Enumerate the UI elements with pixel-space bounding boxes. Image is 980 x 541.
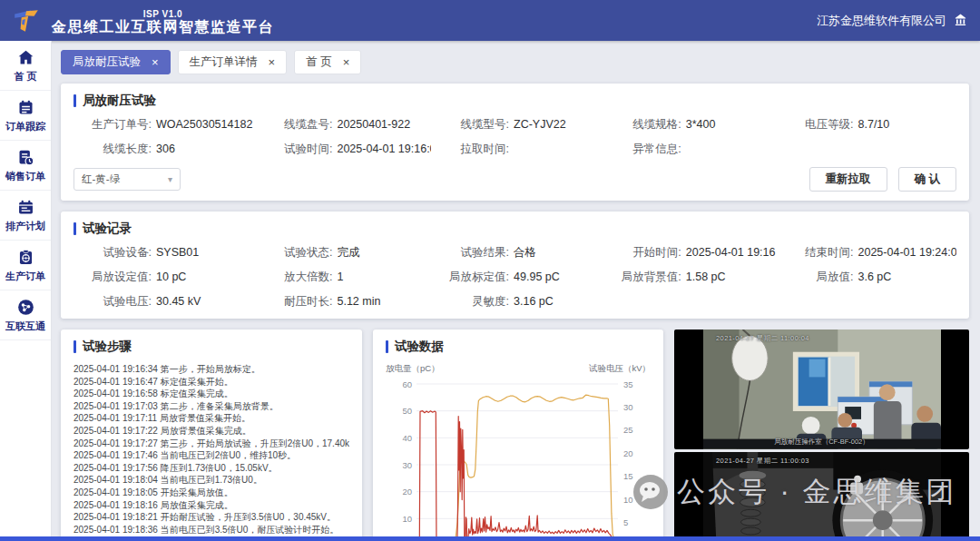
test-step-line: 2025-04-01 19:18:16 局放值采集完成。 [74,499,349,512]
field: 试验设备: SYSB01 [74,245,254,261]
field-value: 完成 [337,245,359,261]
test-data-chart: 010203040506005101520253035 [386,375,651,536]
field-label: 生产订单号: [74,117,152,133]
field-label: 线缆规格: [603,117,681,133]
chevron-down-icon: ▾ [168,174,172,184]
field-value: 8.7/10 [858,118,890,131]
camera-panel: 2021-04-27 星期二 11:00:04 局放耐压操作室（CF-BF-00… [674,330,969,536]
tab-pd-withstand-test[interactable]: 局放耐压试验 × [61,50,171,74]
field-label: 线缆型号: [431,117,509,133]
field: 生产订单号: WOA25030514182 [74,117,254,133]
field-label: 试验时间: [254,142,332,157]
sidebar-item-sales-order[interactable]: 销售订单 [0,141,51,191]
field: 开始时间: 2025-04-01 19:16:34 [603,245,776,261]
svg-text:30: 30 [402,460,412,470]
field-value: SYSB01 [156,246,199,259]
app-version: ISP V1.0 [52,9,274,19]
tab-home[interactable]: 首 页 × [294,50,361,74]
field-value: 2025-04-01 19:24:01 [858,246,956,259]
field-label: 线缆盘号: [254,117,332,133]
tab-close-icon[interactable]: × [269,56,276,68]
phase-color-select[interactable]: 红-黄-绿 ▾ [74,168,181,191]
field: 拉取时间: [431,142,603,157]
app-header: ISP V1.0 金思维工业互联网智慧监造平台 江苏金思维软件有限公司 [0,0,980,41]
field: 耐压时长: 5.12 min [254,294,431,310]
test-steps-list: 2025-04-01 19:16:34 第一步，开始局放标定。2025-04-0… [74,363,349,536]
field-label: 异常信息: [603,142,681,157]
app-title: 金思维工业互联网智慧监造平台 [52,19,274,35]
test-step-line: 2025-04-01 19:17:56 降压到1.73倍U0，15.05kV。 [74,462,349,475]
sales-order-icon [16,148,35,167]
test-record-panel: 试验记录 试验设备: SYSB01 试验状态: 完成 试验结果: [61,211,969,319]
svg-text:40: 40 [402,433,412,443]
test-step-line: 2025-04-01 19:17:46 当前电压已到2倍U0，维持10秒。 [74,449,349,462]
tab-close-icon[interactable]: × [152,56,159,68]
field: 线缆长度: 306 [74,142,254,157]
app-title-block: ISP V1.0 金思维工业互联网智慧监造平台 [52,6,274,35]
field: 试验状态: 完成 [254,245,431,261]
sidebar-item-home[interactable]: 首 页 [0,41,51,91]
field-value: 306 [156,143,175,155]
camera-caption: 局放耐压操作室（CF-BF-002） [674,438,969,447]
field-value: 30.45 kV [156,295,201,308]
field: 线缆规格: 3*400 [603,117,776,133]
panel-title: 局放耐压试验 [74,93,956,109]
tab-bar: 局放耐压试验 × 生产订单详情 × 首 页 × [61,50,969,74]
record-fields-grid: 试验设备: SYSB01 试验状态: 完成 试验结果: 合格 开始时间 [74,245,956,310]
svg-text:10: 10 [402,514,412,524]
company-building-icon[interactable] [954,13,967,29]
field: 局放背景值: 1.58 pC [603,270,776,285]
sidebar-item-label: 生产订单 [5,270,45,283]
pd-test-panel: 局放耐压试验 生产订单号: WOA25030514182 线缆盘号: 20250… [61,84,969,201]
refetch-button[interactable]: 重新拉取 [809,167,887,192]
sidebar-item-label: 销售订单 [5,170,45,183]
panel-title: 试验数据 [386,339,651,355]
sidebar-item-label: 排产计划 [5,220,45,233]
production-order-icon [16,248,35,267]
select-value: 红-黄-绿 [82,172,120,186]
field: 异常信息: [603,142,776,157]
test-step-line: 2025-04-01 19:16:58 标定值采集完成。 [74,388,349,400]
sidebar-item-interconnect[interactable]: 互联互通 [0,290,51,340]
svg-text:10: 10 [623,495,633,505]
right-axis-title: 试验电压（kV） [589,363,651,375]
field-value: 1 [337,270,343,283]
tab-close-icon[interactable]: × [343,56,350,68]
sidebar-item-order-tracking[interactable]: 订单跟踪 [0,91,51,141]
field-label: 耐压时长: [254,294,332,310]
field-label: 开始时间: [603,245,681,261]
test-step-line: 2025-04-01 19:18:04 当前电压已到1.73倍U0。 [74,474,349,487]
app-logo-icon[interactable] [0,0,52,41]
field-value: 3.6 pC [858,270,892,283]
field: 电压等级: 8.7/10 [776,117,956,133]
field: 灵敏度: 3.16 pC [431,294,603,310]
field: 线缆型号: ZC-YJV22 [431,117,603,133]
sidebar-item-production-order[interactable]: 生产订单 [0,241,51,290]
field-value: 3*400 [686,118,716,131]
field-label: 电压等级: [776,117,854,133]
test-step-line: 2025-04-01 19:17:03 第二步，准备采集局放背景。 [74,400,349,413]
svg-text:35: 35 [623,379,633,389]
field: 局放值: 3.6 pC [776,270,956,285]
sidebar-item-schedule[interactable]: 排产计划 [0,191,51,241]
left-axis-title: 放电量（pC） [386,363,440,375]
sidebar-item-label: 订单跟踪 [5,120,45,133]
camera-image [703,330,941,449]
schedule-icon [16,198,35,217]
tab-production-order-detail[interactable]: 生产订单详情 × [178,50,288,74]
sidebar-item-label: 互联互通 [5,320,45,333]
test-step-line: 2025-04-01 19:18:36 当前电压已到3.5倍U0，耐压试验计时开… [74,524,349,536]
test-step-line: 2025-04-01 19:18:21 开始耐压试验，升压到3.5倍U0，30.… [74,511,349,524]
camera-timestamp: 2021-04-27 星期二 11:00:03 [716,457,809,466]
test-step-line: 2025-04-01 19:16:34 第一步，开始局放标定。 [74,363,349,376]
field-value: 2025-04-01 19:16:34 [686,246,776,259]
field-value: 49.95 pC [514,270,560,283]
field: 局放设定值: 10 pC [74,270,254,285]
field-value: 合格 [514,245,536,261]
test-step-line: 2025-04-01 19:17:22 局放背景值采集完成。 [74,425,349,438]
bottom-accent-bar [0,536,980,541]
field-label: 局放标定值: [431,270,509,285]
field-label: 局放背景值: [603,270,681,285]
confirm-button[interactable]: 确 认 [898,167,956,192]
test-data-panel: 试验数据 放电量（pC） 试验电压（kV） 010203040506005101… [373,330,663,536]
